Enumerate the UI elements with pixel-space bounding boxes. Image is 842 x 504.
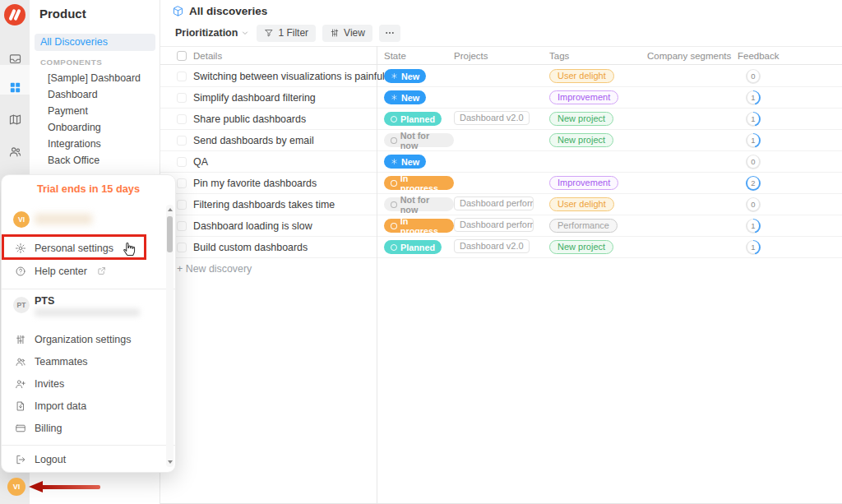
table-row[interactable]: Simplify dashboard filtering New Improve… <box>160 87 842 109</box>
tag-pill[interactable]: New project <box>549 112 613 126</box>
row-checkbox[interactable] <box>177 136 187 146</box>
discovery-title: Send dashboards by email <box>193 135 384 146</box>
table-row[interactable]: Build custom dashboards Planned Dashboar… <box>160 237 842 258</box>
popup-divider <box>2 289 175 289</box>
state-pill[interactable]: Planned <box>384 240 442 254</box>
table-header: Details State Projects Tags Company segm… <box>160 46 842 65</box>
rail-item-map[interactable] <box>0 104 30 134</box>
popup-divider <box>2 445 175 446</box>
state-pill[interactable]: In progress <box>384 219 454 233</box>
state-pill[interactable]: Planned <box>384 112 442 126</box>
sidebar-item-sample-dashboard[interactable]: [Sample] Dashboard <box>30 70 160 86</box>
menu-item-help-center[interactable]: Help center <box>2 260 170 282</box>
people-icon <box>15 356 26 368</box>
new-discovery-button[interactable]: + New discovery <box>177 263 252 275</box>
sidebar-item-dashboard[interactable]: Dashboard <box>30 86 160 103</box>
table-row[interactable]: Switching between visualizations is pain… <box>160 66 842 87</box>
sidebar-item-onboarding[interactable]: Onboarding <box>30 119 160 136</box>
view-button[interactable]: View <box>322 25 372 42</box>
page-title: All discoveries <box>189 5 267 17</box>
map-icon <box>8 113 22 127</box>
redacted-org-subtitle <box>35 308 140 317</box>
table-row[interactable]: Dashboard loading is slow In progress Da… <box>160 215 842 237</box>
row-checkbox[interactable] <box>177 72 187 81</box>
menu-item-personal-settings[interactable]: Personal settings <box>2 236 170 260</box>
filter-button[interactable]: 1 Filter <box>257 25 316 42</box>
sparkle-icon <box>391 94 398 101</box>
table-row[interactable]: Filtering dashboards takes time Not for … <box>160 194 842 215</box>
project-pill[interactable]: Dashboard performance <box>454 197 534 210</box>
row-checkbox[interactable] <box>177 178 187 188</box>
row-checkbox[interactable] <box>177 157 187 167</box>
row-checkbox[interactable] <box>177 243 187 252</box>
state-pill[interactable]: New <box>384 69 426 83</box>
project-pill[interactable]: Dashboard performance <box>454 218 534 232</box>
state-pill[interactable]: Not for now <box>384 133 454 147</box>
more-button[interactable] <box>379 25 400 42</box>
menu-item-import-data[interactable]: Import data <box>2 395 170 417</box>
sparkle-icon <box>391 158 398 165</box>
discovery-title: Build custom dashboards <box>193 242 384 253</box>
project-pill[interactable]: Dashboard v2.0 <box>454 111 530 125</box>
column-state: State <box>384 51 454 61</box>
project-pill[interactable]: Dashboard v2.0 <box>454 239 530 253</box>
bottom-user-avatar[interactable]: VI <box>7 478 25 496</box>
feedback-count: 1 <box>746 112 761 127</box>
tag-pill[interactable]: User delight <box>549 197 614 211</box>
group-by-label: Prioritization <box>175 27 238 39</box>
chevron-down-icon <box>240 28 250 38</box>
rail-item-grid[interactable] <box>0 72 30 102</box>
scroll-down-icon[interactable] <box>168 460 173 464</box>
state-pill[interactable]: In progress <box>384 176 454 190</box>
sidebar-item-all-discoveries[interactable]: All Discoveries <box>35 34 155 51</box>
row-checkbox[interactable] <box>177 200 187 210</box>
state-pill[interactable]: New <box>384 155 426 169</box>
main-area: All discoveries Prioritization 1 Filter … <box>160 0 842 504</box>
rail-item-people[interactable] <box>0 136 30 166</box>
tag-pill[interactable]: Improvement <box>549 176 618 190</box>
filter-label: 1 Filter <box>278 27 308 39</box>
table-row[interactable]: Send dashboards by email Not for now New… <box>160 130 842 151</box>
column-details: Details <box>193 51 384 61</box>
tag-pill[interactable]: New project <box>549 133 613 147</box>
group-by-dropdown[interactable]: Prioritization <box>175 27 250 39</box>
discovery-title: Pin my favorite dashboards <box>193 178 384 189</box>
menu-item-billing[interactable]: Billing <box>2 417 170 439</box>
sidebar-item-integrations[interactable]: Integrations <box>30 136 160 152</box>
tag-pill[interactable]: New project <box>549 240 613 254</box>
state-circle-icon <box>391 180 397 187</box>
tag-pill[interactable]: User delight <box>549 69 614 83</box>
popup-scrollbar[interactable] <box>166 205 173 467</box>
org-name: PTS <box>35 295 54 307</box>
sidebar-item-payment[interactable]: Payment <box>30 103 160 119</box>
table-row[interactable]: Share public dashboards Planned Dashboar… <box>160 109 842 130</box>
table-row[interactable]: Pin my favorite dashboards In progress I… <box>160 173 842 194</box>
feedback-count: 1 <box>746 133 761 148</box>
row-checkbox[interactable] <box>177 221 187 231</box>
ellipsis-icon <box>384 27 396 39</box>
grid-icon <box>8 81 22 95</box>
external-link-icon <box>97 266 106 275</box>
feedback-count: 1 <box>746 90 761 105</box>
row-checkbox[interactable] <box>177 114 187 124</box>
sliders-icon <box>15 334 26 345</box>
scroll-up-icon[interactable] <box>168 208 173 211</box>
state-pill[interactable]: New <box>384 90 426 104</box>
scrollbar-thumb[interactable] <box>167 216 173 252</box>
row-checkbox[interactable] <box>177 93 187 103</box>
tag-pill[interactable]: Performance <box>549 219 618 233</box>
menu-item-teammates[interactable]: Teammates <box>2 350 170 372</box>
select-all-checkbox[interactable] <box>177 51 187 61</box>
menu-item-logout[interactable]: Logout <box>2 448 170 470</box>
sidebar-item-back-office[interactable]: Back Office <box>30 152 160 169</box>
account-popup: Trial ends in 15 days VI Personal settin… <box>1 174 176 473</box>
state-pill[interactable]: Not for now <box>384 197 454 211</box>
menu-item-invites[interactable]: Invites <box>2 372 170 395</box>
menu-item-organization-settings[interactable]: Organization settings <box>2 328 170 350</box>
tag-pill[interactable]: Improvement <box>549 90 618 104</box>
rail-item-inbox[interactable] <box>0 44 30 73</box>
toolbar: Prioritization 1 Filter View <box>175 25 400 41</box>
feedback-count: 2 <box>746 176 761 191</box>
app-logo[interactable] <box>4 4 25 25</box>
table-row[interactable]: QA New 0 <box>160 151 842 173</box>
